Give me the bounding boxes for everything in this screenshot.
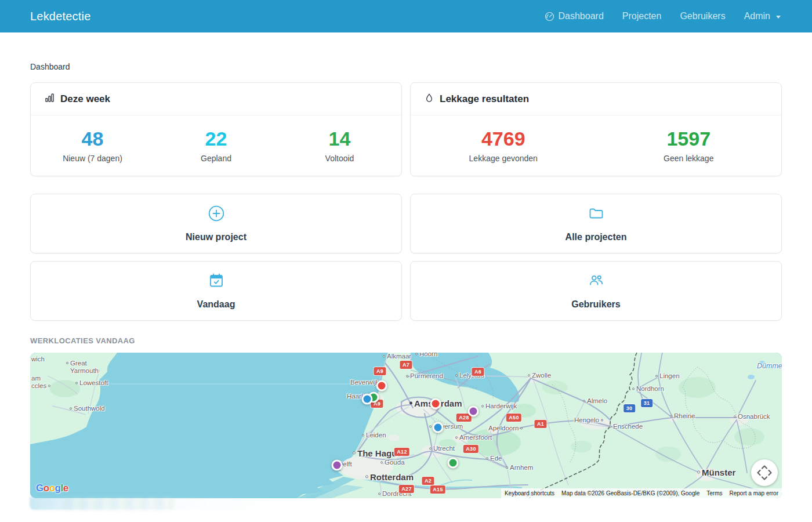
pan-arrows-icon [751, 459, 778, 486]
card-lekkage-resultaten: Lekkage resultaten 4769 Lekkage gevonden… [410, 82, 782, 176]
chevron-down-icon [776, 16, 781, 19]
nav-links: Dashboard Projecten Gebruikers Admin [545, 11, 781, 21]
calendar-check-icon [208, 272, 225, 292]
road-badge-a12: A12 [394, 448, 409, 456]
map-city-label-am: am [31, 375, 41, 382]
map-marker[interactable] [468, 406, 479, 417]
stat-voltooid: 14 Voltooid [278, 128, 401, 163]
brand-logo[interactable]: Lekdetectie [30, 10, 91, 23]
road-badge-a27: A27 [399, 485, 414, 493]
map-city-label-ede: Ede [486, 455, 502, 462]
map-city-label-leiden: Leiden [362, 432, 386, 439]
map-data-text: Map data ©2026 GeoBasis-DE/BKG (©2009), … [558, 488, 703, 498]
droplet-icon [425, 93, 434, 105]
map-marker[interactable] [376, 380, 387, 392]
map-city-label-enschede: Enschede [609, 423, 643, 430]
road-badge-31: 31 [641, 399, 652, 407]
card-title: Deze week [60, 93, 110, 105]
nav-label: Projecten [622, 11, 662, 21]
map-city-label-rheine: Rheine [670, 412, 695, 420]
road-badge-a2: A2 [422, 477, 434, 485]
report-map-error-link[interactable]: Report a map error [726, 488, 782, 498]
google-logo[interactable]: Google [36, 483, 68, 494]
google-logo-letter: G [36, 483, 44, 494]
map-marker[interactable] [433, 422, 444, 433]
stat-value: 22 [154, 128, 278, 150]
road-badge-a1: A1 [534, 420, 546, 428]
map-city-label-great-yarmouth: GreatYarmouth [66, 360, 99, 375]
map-city-label-arnhem: Arnhem [506, 464, 533, 472]
folder-icon [588, 205, 605, 224]
map-city-label-m-nster: Münster [697, 467, 735, 477]
speedometer-icon [545, 12, 554, 21]
card-deze-week: Deze week 48 Nieuw (7 dagen) 22 Gepland … [30, 82, 402, 176]
map-city-label-osnabr-ck: Osnabrück [734, 413, 770, 420]
map-city-label-harderwijk: Harderwijk [481, 403, 517, 410]
road-badge-a15: A15 [430, 485, 445, 494]
road-badge-30: 30 [624, 404, 635, 412]
action-nieuw-project[interactable]: Nieuw project [30, 194, 402, 253]
page-bottom-artifact [30, 497, 296, 510]
stat-value: 48 [31, 128, 154, 150]
map-city-label-alkmaar: Alkmaar [383, 353, 411, 360]
map-city-label-utrecht: Utrecht [429, 445, 455, 452]
road-badge-a7: A7 [400, 361, 412, 369]
map-attribution: Keyboard shortcuts Map data ©2026 GeoBas… [501, 488, 782, 498]
map-city-label-hoorn: Hoorn [415, 353, 437, 358]
nav-item-dashboard[interactable]: Dashboard [545, 11, 604, 21]
map-city-label-gouda: Gouda [380, 459, 405, 466]
action-vandaag[interactable]: Vandaag [30, 261, 402, 321]
google-map[interactable]: wichGreatYarmouthamLowestoftcclesSouthwo… [30, 353, 782, 498]
nav-item-projecten[interactable]: Projecten [622, 11, 662, 21]
nav-item-admin-dropdown[interactable]: Admin [744, 11, 781, 21]
map-city-label-nordhorn: Nordhorn [632, 385, 664, 393]
stat-label: Lekkage gevonden [411, 154, 596, 163]
map-city-label-ccles: ccles [31, 382, 50, 390]
nav-label: Gebruikers [680, 11, 725, 21]
terms-link[interactable]: Terms [703, 488, 726, 498]
keyboard-shortcuts-link[interactable]: Keyboard shortcuts [501, 488, 558, 498]
stat-gepland: 22 Gepland [154, 128, 278, 163]
google-logo-letter: o [49, 483, 55, 494]
map-city-label-lowestoft: Lowestoft [75, 379, 108, 387]
stat-value: 14 [278, 128, 401, 150]
top-navbar: Lekdetectie Dashboard Projecten Gebruike… [0, 0, 812, 32]
card-title: Lekkage resultaten [440, 93, 529, 105]
stat-geen-lekkage: 1597 Geen lekkage [596, 128, 782, 163]
map-pan-control[interactable] [751, 459, 778, 486]
stat-nieuw: 48 Nieuw (7 dagen) [31, 128, 154, 163]
map-overlay-layer: wichGreatYarmouthamLowestoftcclesSouthwo… [30, 353, 782, 498]
map-marker[interactable] [448, 458, 459, 469]
people-icon [588, 272, 605, 292]
google-logo-letter: g [55, 483, 61, 494]
map-marker[interactable] [332, 460, 343, 471]
action-gebruikers[interactable]: Gebruikers [410, 261, 782, 321]
nav-label: Dashboard [559, 11, 604, 21]
map-city-label-lingen: Lingen [655, 372, 680, 380]
map-city-label-purmerend: Purmerend [406, 372, 443, 380]
stat-label: Voltooid [278, 154, 401, 163]
google-logo-letter: e [63, 483, 68, 494]
bar-chart-icon [45, 93, 55, 105]
action-label: Alle projecten [566, 232, 627, 242]
action-alle-projecten[interactable]: Alle projecten [410, 194, 782, 253]
map-city-label-wich: wich [31, 356, 45, 363]
nav-label: Admin [744, 11, 770, 21]
google-logo-letter: o [44, 483, 49, 494]
stat-lekkage-gevonden: 4769 Lekkage gevonden [411, 128, 596, 163]
stat-value: 4769 [411, 128, 596, 150]
map-city-label-hengelo: Hengelo [574, 416, 603, 424]
map-city-label-d-mmer: Dümmer [757, 362, 782, 370]
map-marker[interactable] [430, 398, 441, 409]
road-badge-a9: A9 [374, 367, 386, 375]
road-badge-a6: A6 [472, 368, 484, 376]
map-city-label-southwold: Southwold [70, 405, 105, 412]
stat-label: Geen lekkage [596, 154, 782, 163]
stat-label: Nieuw (7 dagen) [31, 154, 154, 163]
road-badge-a50: A50 [506, 414, 521, 422]
map-marker[interactable] [362, 394, 373, 405]
action-label: Vandaag [197, 299, 235, 310]
map-city-label-apeldoorn: Apeldoorn [488, 425, 523, 432]
nav-item-gebruikers[interactable]: Gebruikers [680, 11, 725, 21]
map-city-label-zwolle: Zwolle [528, 372, 551, 379]
